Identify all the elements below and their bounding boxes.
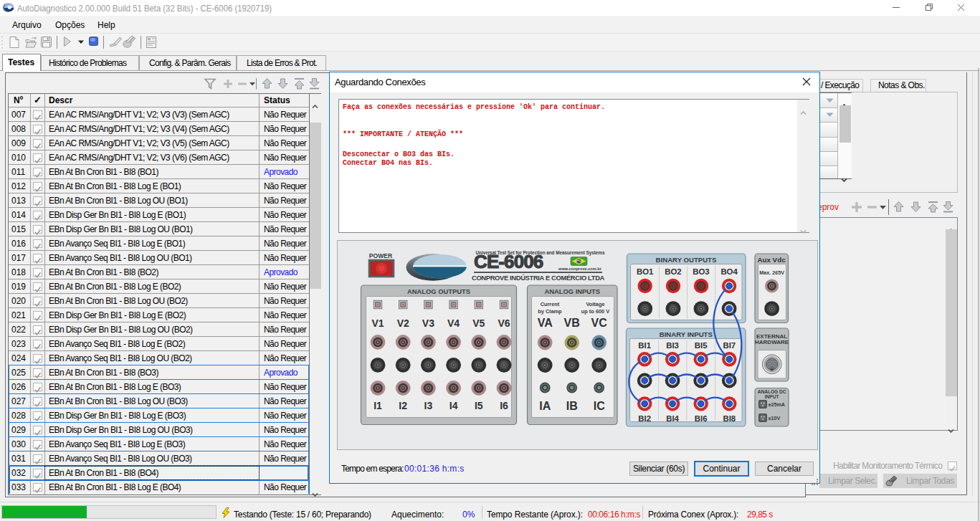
svg-text:V4: V4	[447, 317, 460, 329]
svg-text:BO1: BO1	[637, 267, 654, 276]
svg-text:IC: IC	[594, 400, 605, 412]
svg-text:I1: I1	[374, 400, 382, 411]
svg-text:VA: VA	[538, 317, 553, 329]
svg-text:by Clamp: by Clamp	[538, 308, 562, 315]
svg-text:www.conprove.com.br: www.conprove.com.br	[558, 267, 602, 271]
svg-text:up to 600 V: up to 600 V	[581, 308, 609, 315]
svg-text:±10V: ±10V	[769, 415, 781, 421]
svg-text:POWER: POWER	[369, 252, 393, 259]
svg-text:I5: I5	[475, 400, 483, 411]
svg-text:I4: I4	[449, 400, 458, 411]
svg-text:ANALOG DC: ANALOG DC	[758, 389, 786, 394]
svg-text:V3: V3	[422, 317, 434, 329]
svg-text:BI1: BI1	[638, 341, 651, 350]
svg-text:BI2: BI2	[638, 414, 651, 423]
svg-text:I3: I3	[424, 400, 433, 411]
svg-text:BO3: BO3	[693, 267, 709, 276]
svg-text:BI3: BI3	[666, 341, 679, 350]
svg-text:Voltage: Voltage	[586, 301, 604, 307]
svg-text:V5: V5	[472, 317, 485, 329]
svg-text:V6: V6	[498, 317, 510, 329]
svg-text:ANALOG OUTPUTS: ANALOG OUTPUTS	[407, 287, 470, 295]
svg-text:BO2: BO2	[665, 267, 681, 276]
svg-text:BO4: BO4	[720, 267, 738, 276]
svg-text:CE-6006: CE-6006	[474, 251, 543, 272]
svg-text:ANALOG INPUTS: ANALOG INPUTS	[544, 287, 600, 295]
svg-text:BI6: BI6	[695, 414, 708, 423]
svg-text:Aux Vdc: Aux Vdc	[757, 256, 786, 264]
svg-text:I6: I6	[500, 400, 508, 411]
svg-text:VB: VB	[564, 317, 580, 329]
svg-text:±25mA: ±25mA	[769, 401, 786, 408]
svg-text:VC: VC	[591, 317, 608, 329]
svg-text:IB: IB	[566, 400, 578, 412]
svg-text:HARDWARE: HARDWARE	[755, 339, 789, 345]
svg-text:BI8: BI8	[723, 414, 736, 423]
svg-text:V2: V2	[397, 317, 409, 329]
svg-text:EXTERNAL: EXTERNAL	[756, 333, 787, 340]
svg-text:BINARY INPUTS: BINARY INPUTS	[660, 330, 713, 338]
svg-text:Max. 265V: Max. 265V	[759, 269, 784, 276]
svg-text:BI4: BI4	[666, 414, 679, 423]
svg-text:Current: Current	[541, 301, 560, 307]
svg-text:CONPROVE INDÚSTRIA E COMÉRCIO: CONPROVE INDÚSTRIA E COMÉRCIO LTDA	[472, 274, 605, 282]
svg-text:BI7: BI7	[723, 341, 736, 350]
svg-text:IA: IA	[539, 400, 551, 412]
svg-text:BI5: BI5	[695, 341, 708, 350]
svg-text:V1: V1	[371, 317, 384, 329]
svg-text:BINARY OUTPUTS: BINARY OUTPUTS	[656, 256, 717, 264]
svg-text:I2: I2	[399, 400, 407, 411]
svg-text:INPUT: INPUT	[765, 394, 779, 399]
